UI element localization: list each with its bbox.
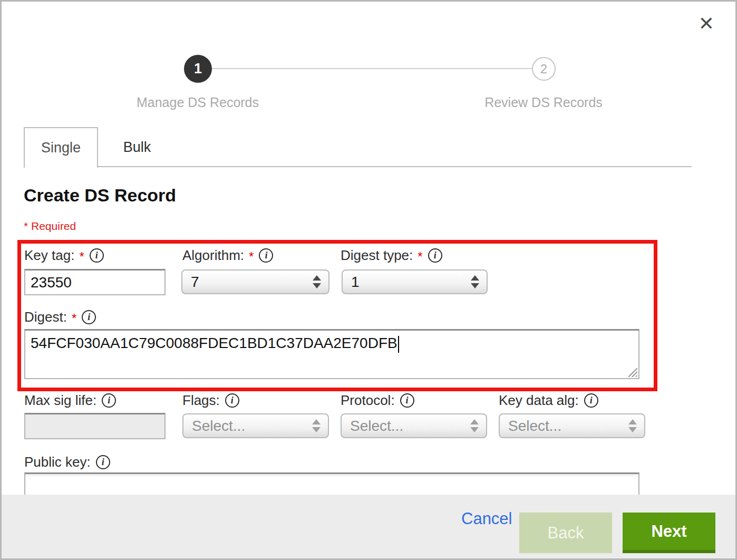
- tab-single[interactable]: Single: [24, 127, 98, 168]
- flags-label: Flags: i: [182, 392, 239, 409]
- max-sig-life-label: Max sig life: i: [24, 392, 116, 409]
- step-1-label: Manage DS Records: [108, 95, 287, 110]
- algorithm-label: Algorithm: * i: [182, 247, 273, 264]
- flags-value: Select...: [192, 418, 312, 435]
- digest-textarea[interactable]: 54FCF030AA1C79C0088FDEC1BD1C37DAA2E70DFB: [24, 329, 639, 379]
- back-button[interactable]: Back: [519, 513, 612, 553]
- info-icon[interactable]: i: [428, 248, 442, 263]
- algorithm-value: 7: [191, 274, 313, 291]
- algorithm-select[interactable]: 7: [181, 269, 329, 294]
- required-note: * Required: [24, 220, 76, 233]
- spinner-arrows-icon: [313, 275, 321, 288]
- digest-label: Digest: * i: [24, 309, 96, 325]
- key-tag-label-text: Key tag:: [24, 247, 74, 264]
- public-key-label-text: Public key:: [24, 454, 91, 470]
- spinner-arrows-icon: [471, 275, 479, 288]
- step-2-indicator: 2: [532, 57, 556, 81]
- info-icon[interactable]: i: [259, 248, 273, 263]
- required-asterisk: *: [72, 311, 76, 326]
- stepper-connector: [211, 68, 533, 69]
- step-1-indicator: 1: [184, 55, 212, 83]
- key-data-alg-select[interactable]: Select...: [499, 413, 645, 438]
- step-2-label: Review DS Records: [454, 95, 633, 110]
- create-ds-record-modal: ✕ 1 2 Manage DS Records Review DS Record…: [0, 0, 737, 560]
- key-tag-label: Key tag: * i: [24, 247, 104, 264]
- text-cursor: [398, 336, 399, 353]
- digest-type-label: Digest type: * i: [341, 247, 442, 264]
- protocol-label-text: Protocol:: [341, 392, 395, 409]
- key-data-alg-value: Select...: [508, 418, 628, 435]
- info-icon[interactable]: i: [225, 393, 239, 408]
- public-key-textarea[interactable]: [24, 472, 639, 496]
- spinner-arrows-icon: [628, 419, 637, 432]
- digest-label-text: Digest:: [24, 309, 67, 325]
- key-tag-input[interactable]: 23550: [24, 269, 166, 295]
- digest-type-label-text: Digest type:: [341, 247, 413, 264]
- required-asterisk: *: [418, 249, 422, 264]
- info-icon[interactable]: i: [584, 393, 598, 408]
- spinner-arrows-icon: [470, 419, 479, 432]
- page-title: Create DS Record: [24, 185, 176, 206]
- info-icon[interactable]: i: [82, 310, 96, 324]
- cancel-button[interactable]: Cancel: [461, 509, 512, 528]
- key-data-alg-label: Key data alg: i: [499, 392, 598, 409]
- protocol-label: Protocol: i: [341, 392, 414, 409]
- required-asterisk: *: [79, 249, 84, 264]
- protocol-select[interactable]: Select...: [341, 413, 487, 438]
- protocol-value: Select...: [350, 418, 470, 435]
- required-asterisk: *: [249, 249, 254, 264]
- public-key-label: Public key: i: [24, 454, 110, 470]
- key-tag-value: 23550: [31, 274, 72, 291]
- flags-label-text: Flags:: [182, 392, 220, 409]
- max-sig-life-label-text: Max sig life:: [24, 392, 96, 409]
- close-icon[interactable]: ✕: [699, 14, 714, 33]
- info-icon[interactable]: i: [90, 248, 104, 263]
- digest-type-select[interactable]: 1: [342, 269, 488, 294]
- resize-handle[interactable]: [628, 368, 637, 377]
- info-icon[interactable]: i: [102, 393, 116, 408]
- key-data-alg-label-text: Key data alg:: [499, 392, 579, 409]
- spinner-arrows-icon: [312, 419, 321, 432]
- modal-footer: Cancel Back Next: [2, 495, 735, 558]
- algorithm-label-text: Algorithm:: [182, 247, 244, 264]
- tab-bulk[interactable]: Bulk: [98, 127, 176, 168]
- flags-select[interactable]: Select...: [182, 413, 329, 438]
- max-sig-life-input[interactable]: [24, 413, 166, 439]
- digest-value: 54FCF030AA1C79C0088FDEC1BD1C37DAA2E70DFB: [31, 335, 397, 351]
- info-icon[interactable]: i: [96, 455, 110, 469]
- digest-type-value: 1: [351, 274, 471, 291]
- next-button[interactable]: Next: [623, 513, 715, 553]
- info-icon[interactable]: i: [400, 393, 414, 408]
